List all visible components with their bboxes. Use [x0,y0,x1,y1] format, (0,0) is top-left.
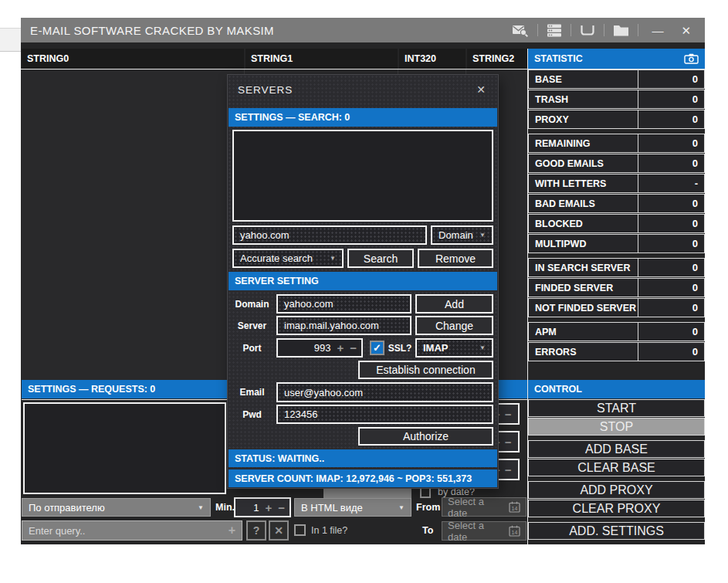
clear-query-button[interactable]: ✕ [269,520,289,541]
change-button[interactable]: Change [415,316,493,335]
email-field[interactable]: user@yahoo.com [276,382,493,402]
clear-proxy-button[interactable]: CLEAR PROXY [528,500,705,517]
app-window: E-MAIL SOFTWARE CRACKED BY MAKSIM [21,18,705,544]
requests-listbox[interactable] [23,402,226,494]
domain-search-input[interactable]: yahoo.com [232,225,427,245]
stat-value: 0 [638,235,704,253]
from-label: From [416,498,440,517]
minimize-button[interactable]: — [647,23,668,38]
stat-label: BAD EMAILS [529,195,638,212]
stat-row-apm: APM0 [528,322,705,341]
min-stepper[interactable]: 1 + − [234,497,291,517]
add-settings-button[interactable]: ADD. SETTINGS [528,522,705,540]
sender-filter-dropdown[interactable]: По отправителю ▼ [22,498,211,517]
stat-label: BASE [529,70,638,88]
domain-type-dropdown[interactable]: Domain ▼ [431,225,493,245]
help-button[interactable]: ? [246,520,266,541]
start-button[interactable]: START [528,399,705,417]
stat-value: 0 [638,110,704,128]
server-field[interactable]: imap.mail.yahoo.com [276,316,411,335]
minus-icon[interactable]: − [505,436,512,449]
remove-button[interactable]: Remove [418,249,493,268]
add-base-button[interactable]: ADD BASE [528,440,705,458]
stat-row-remaining: REMAINING0 [528,134,705,153]
search-mode-dropdown[interactable]: Accurate search ▼ [232,249,344,268]
statistic-header: STATISTIC [528,49,705,69]
ssl-label: SSL? [388,338,412,358]
background-window-fragment [0,28,21,52]
statistic-title: STATISTIC [534,53,583,64]
pwd-label: Pwd [231,405,273,424]
minus-icon[interactable]: − [278,501,285,514]
plus-icon[interactable]: + [229,524,235,537]
stop-button[interactable]: STOP [528,418,705,436]
add-proxy-button[interactable]: ADD PROXY [528,481,705,499]
column-header-string2[interactable]: STRING2 [467,49,527,69]
stat-value: 0 [638,90,704,108]
plus-icon[interactable]: + [337,341,344,354]
titlebar-divider [638,24,638,36]
close-button[interactable]: ✕ [676,23,696,38]
statistic-table: BASE0 TRASH0 PROXY0 REMAINING0 GOOD EMAI… [528,69,705,362]
domain-field[interactable]: yahoo.com [276,294,411,314]
min-label: Min. [215,498,235,517]
add-button[interactable]: Add [415,294,493,314]
min-value: 1 [240,502,259,514]
column-header-string0[interactable]: STRING0 [22,49,244,69]
stat-value: 0 [638,323,704,341]
search-settings-header: SETTINGS — SEARCH: 0 [229,108,497,127]
minus-icon[interactable]: − [505,408,512,421]
stat-label: NOT FINDED SERVER [529,299,638,317]
format-filter-value: В HTML виде [301,502,363,514]
stat-label: FINDED SERVER [529,279,638,297]
stat-value: 0 [638,154,704,172]
folder-icon[interactable] [613,24,629,36]
servers-icon[interactable] [547,24,562,37]
search-results-listbox[interactable] [232,130,493,222]
chevron-down-icon: ▼ [330,255,336,262]
stat-label: TRASH [529,90,638,108]
search-button[interactable]: Search [347,249,414,268]
ssl-checkbox[interactable]: ✓ [370,341,384,355]
minus-icon[interactable]: − [350,341,357,354]
stat-label: WITH LETTERS [529,175,638,192]
titlebar-divider [604,24,604,36]
from-date-field[interactable]: Select a date 14 [442,497,527,517]
column-header-int320[interactable]: INT320 [399,49,466,69]
minus-icon[interactable]: − [505,463,512,476]
stat-value: - [638,175,704,192]
clear-base-button[interactable]: CLEAR BASE [528,459,705,476]
stat-row-base: BASE0 [528,69,705,89]
to-date-field[interactable]: Select a date 14 [442,521,527,541]
camera-icon[interactable] [684,53,699,64]
title-bar: E-MAIL SOFTWARE CRACKED BY MAKSIM [21,18,705,42]
port-label: Port [231,338,273,358]
stat-value: 0 [638,279,704,297]
port-stepper[interactable]: 993 + − [276,338,363,358]
pwd-field-value: 123456 [284,408,317,420]
by-date-checkbox[interactable] [420,487,431,498]
dialog-close-icon[interactable]: ✕ [471,80,491,100]
column-header-string1[interactable]: STRING1 [245,49,398,69]
query-input[interactable]: Enter query.. + [22,520,242,541]
stat-row-bad-emails: BAD EMAILS0 [528,194,705,213]
stat-value: 0 [638,70,704,88]
format-filter-dropdown[interactable]: В HTML виде ▼ [294,498,411,517]
chevron-down-icon: ▼ [479,344,486,351]
port-value: 993 [283,342,330,354]
protocol-value: IMAP [423,342,449,354]
stat-label: GOOD EMAILS [529,154,638,172]
authorize-button[interactable]: Authorize [358,427,493,446]
tray-icon[interactable] [580,25,595,36]
plus-icon[interactable]: + [265,501,272,514]
in-one-file-checkbox[interactable] [294,524,306,536]
servers-dialog: SERVERS ✕ SETTINGS — SEARCH: 0 yahoo.com… [228,75,498,488]
in-one-file-label: In 1 file? [311,520,347,541]
pwd-field[interactable]: 123456 [276,405,493,424]
mail-search-icon[interactable] [512,24,529,37]
calendar-icon: 14 [509,501,520,513]
protocol-dropdown[interactable]: IMAP ▼ [415,338,493,358]
establish-connection-button[interactable]: Establish connection [358,361,493,379]
stat-label: ERRORS [529,343,638,361]
status-bar: STATUS: WAITING.. [229,449,497,467]
